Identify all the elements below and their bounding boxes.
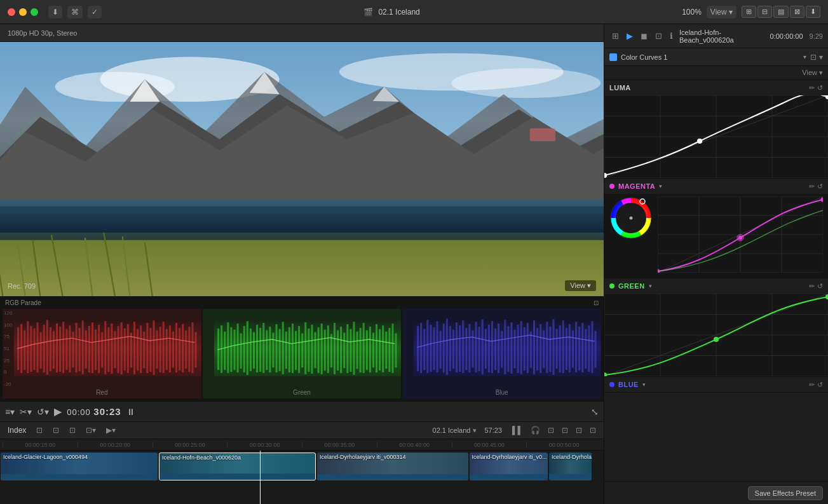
clip-dyr1[interactable]: Iceland-Dyrholaeyjarv iti_v000314	[317, 453, 468, 480]
svg-rect-37	[59, 327, 61, 372]
layout-icon-2[interactable]: ⊟	[757, 6, 772, 18]
waveform-expand-icon[interactable]: ⊡	[594, 299, 599, 306]
blue-picker-icon[interactable]: ✏	[809, 381, 815, 389]
svg-rect-130	[376, 324, 377, 372]
minimize-button[interactable]	[19, 8, 27, 16]
svg-rect-85	[230, 327, 232, 372]
clip-hofn[interactable]: Iceland-Hofn-Beach_v000620a	[159, 453, 316, 480]
curves-scroll[interactable]: LUMA ✏ ↺	[604, 80, 828, 481]
audio-meter-icon[interactable]: ▌▌	[510, 425, 526, 436]
expand-icon[interactable]: ⊡	[573, 425, 585, 436]
svg-rect-50	[101, 332, 103, 368]
tools-icon[interactable]: ✂▾	[20, 407, 32, 417]
close-button[interactable]	[8, 8, 15, 16]
list-view-icon[interactable]: ≡▾	[5, 407, 15, 417]
video-preview[interactable]: Rec. 709 View ▾	[0, 42, 604, 296]
timeline-tracks[interactable]: Iceland-Glacier-Lagoon_v000494 Iceland-H…	[0, 451, 604, 504]
svg-rect-89	[243, 326, 245, 372]
audio-icon[interactable]: ⊡	[545, 425, 557, 436]
check-icon-button[interactable]: ✓	[88, 6, 102, 18]
luma-picker-icon[interactable]: ✏	[809, 84, 815, 92]
svg-rect-73	[175, 323, 177, 372]
waveform-header: RGB Parade ⊡	[0, 296, 604, 309]
timeline-view-icon[interactable]: ⊡	[559, 425, 571, 436]
svg-rect-164	[501, 331, 503, 368]
zoom-label[interactable]: 100%	[682, 8, 702, 17]
luma-section: LUMA ✏ ↺	[604, 80, 828, 179]
inspector-grid-icon[interactable]: ⊞	[609, 30, 621, 42]
headphone-icon[interactable]: 🎧	[528, 425, 543, 436]
color-wheel[interactable]	[609, 196, 653, 240]
clip-audio	[159, 473, 315, 480]
waveform-green-panel: Green	[203, 309, 402, 398]
inspector-view-icon[interactable]: ⊡	[653, 30, 665, 42]
list-icon[interactable]: ⊡	[67, 425, 78, 436]
luma-curve-canvas[interactable]	[604, 95, 828, 178]
key-icon-button[interactable]: ⌘	[67, 6, 83, 18]
chevron-down-icon[interactable]: ▾	[803, 53, 806, 60]
green-chevron[interactable]: ▾	[649, 283, 652, 289]
arrows-icon[interactable]: ⊡	[587, 425, 599, 436]
export-icon[interactable]: ⬇	[806, 6, 820, 18]
video-view-button[interactable]: View ▾	[565, 280, 596, 291]
fullscreen-icon[interactable]: ⤡	[591, 407, 599, 417]
cc-copy-icon[interactable]: ⊡	[810, 53, 817, 62]
fullscreen-button[interactable]	[31, 8, 38, 16]
download-icon-button[interactable]: ⬇	[48, 6, 62, 18]
svg-rect-175	[536, 328, 538, 371]
waveform-red-label: Red	[96, 389, 107, 396]
titlebar-right: 100% View ▾ ⊞ ⊟ ▤ ⊠ ⬇	[682, 6, 820, 18]
filmstrip-icon[interactable]: ⊡	[34, 425, 45, 436]
color-curves-checkbox[interactable]	[609, 53, 617, 61]
pause-button[interactable]: ⏸	[126, 407, 135, 417]
cc-menu-icon[interactable]: ▾	[819, 53, 823, 62]
layout-icon-3[interactable]: ▤	[773, 6, 789, 18]
svg-point-207	[825, 95, 828, 99]
svg-rect-114	[323, 330, 325, 371]
green-curve-canvas[interactable]	[604, 294, 828, 376]
timecode-display: 00:00 30:23	[67, 406, 121, 417]
green-icons: ✏ ↺	[809, 282, 823, 290]
blue-reset-icon[interactable]: ↺	[817, 381, 823, 389]
layout-icon[interactable]: ⊡▾	[83, 425, 98, 436]
clip-glacier[interactable]: Iceland-Glacier-Lagoon_v000494	[1, 453, 158, 480]
svg-rect-122	[350, 329, 351, 372]
magenta-picker-icon[interactable]: ✏	[809, 182, 815, 191]
ruler-mark: 00:00:25:00	[153, 442, 227, 448]
svg-rect-108	[304, 322, 306, 374]
blue-chevron[interactable]: ▾	[642, 381, 646, 388]
svg-rect-33	[46, 320, 48, 375]
svg-rect-52	[107, 327, 109, 372]
luma-reset-icon[interactable]: ↺	[817, 84, 823, 92]
clip-dyr3[interactable]: Iceland-Dyrholaey	[549, 453, 592, 480]
svg-rect-182	[559, 325, 561, 372]
inspector-play-icon[interactable]: ▶	[624, 30, 635, 42]
timeline-toolbar: Index ⊡ ⊡ ⊡ ⊡▾ ▶▾ 02.1 Iceland ▾ 57:23 ▌…	[0, 421, 604, 439]
magenta-dot	[609, 184, 614, 189]
arrow-icon[interactable]: ▶▾	[104, 425, 118, 436]
save-effects-preset-button[interactable]: Save Effects Preset	[748, 486, 823, 500]
view-button[interactable]: View ▾	[707, 6, 736, 18]
speed-icon[interactable]: ↺▾	[37, 407, 49, 417]
inspector-info-icon[interactable]: ℹ	[667, 30, 675, 42]
magenta-curve-graph[interactable]	[658, 196, 823, 273]
magenta-reset-icon[interactable]: ↺	[817, 182, 823, 191]
inspector-header: ⊞ ▶ ◼ ⊡ ℹ Iceland-Hofn-Beach_v000620a 0:…	[604, 24, 828, 48]
traffic-lights	[8, 8, 38, 16]
play-button[interactable]: ▶	[54, 405, 62, 418]
svg-rect-61	[137, 329, 139, 371]
grid-icon[interactable]: ⊡	[50, 425, 62, 436]
svg-rect-14	[0, 199, 604, 240]
svg-rect-96	[266, 330, 268, 371]
magenta-chevron[interactable]: ▾	[659, 183, 662, 189]
magenta-curve-canvas[interactable]	[604, 194, 828, 278]
layout-icon-1[interactable]: ⊞	[742, 6, 756, 18]
svg-rect-170	[520, 321, 522, 374]
clip-dyr2[interactable]: Iceland-Dyrholaeyjarv iti_v0...	[470, 453, 548, 480]
green-reset-icon[interactable]: ↺	[817, 282, 823, 290]
green-picker-icon[interactable]: ✏	[809, 282, 815, 290]
inspector-stop-icon[interactable]: ◼	[638, 30, 650, 42]
layout-icon-4[interactable]: ⊠	[790, 6, 804, 18]
view-button[interactable]: View ▾	[802, 69, 823, 77]
ruler-mark: 00:00:40:00	[377, 442, 452, 448]
